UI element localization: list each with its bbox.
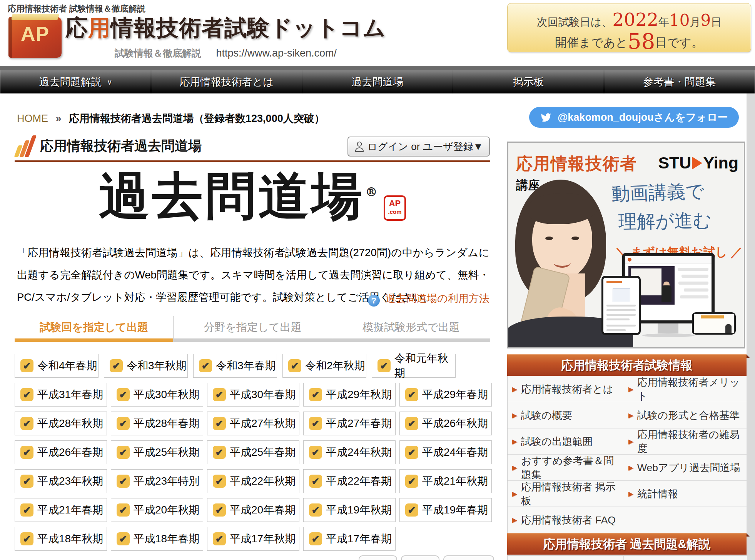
twitter-follow-button[interactable]: @kakomon_doujouさんをフォロー bbox=[529, 107, 739, 128]
nav-item-past-questions[interactable]: 過去問題解説 ∨ bbox=[0, 70, 151, 93]
site-subtitle: 試験情報＆徹底解説 bbox=[115, 48, 201, 58]
exam-period-checkbox[interactable]: ✔ 平成24年春期 bbox=[399, 440, 492, 464]
sidebar-link[interactable]: ▸ 試験の概要 bbox=[508, 402, 624, 428]
tab-by-category[interactable]: 分野を指定して出題 bbox=[173, 316, 332, 342]
exam-period-checkbox[interactable]: ✔ 平成24年秋期 bbox=[303, 440, 396, 464]
ad-course-title: 応用情報技術者 bbox=[516, 153, 637, 175]
exam-period-checkbox[interactable]: ✔ 平成28年秋期 bbox=[15, 412, 107, 435]
breadcrumb-separator-icon: » bbox=[56, 113, 62, 124]
ap-book-logo[interactable]: AP bbox=[8, 17, 62, 58]
nav-item-about[interactable]: 応用情報技術者とは bbox=[151, 70, 302, 93]
exam-period-checkbox[interactable]: ✔ 平成30年春期 bbox=[207, 383, 299, 407]
sidebar-link-label: 応用情報技術者の難易度 bbox=[637, 428, 747, 455]
exam-period-checkbox[interactable]: ✔ 平成29年春期 bbox=[399, 383, 492, 407]
tab-by-exam-session[interactable]: 試験回を指定して出題 bbox=[15, 316, 173, 342]
tab-mock-exam[interactable]: 模擬試験形式で出題 bbox=[332, 316, 490, 342]
exam-period-checkbox[interactable]: ✔ 平成20年秋期 bbox=[111, 498, 203, 522]
exam-period-checkbox[interactable]: ✔ 令和元年秋期 bbox=[372, 354, 456, 378]
exam-period-checkbox[interactable]: ✔ 平成17年春期 bbox=[303, 527, 396, 551]
sidebar-link[interactable]: ▸ おすすめ参考書＆問題集 bbox=[508, 455, 624, 481]
exam-period-checkbox[interactable]: ✔ 平成21年秋期 bbox=[399, 469, 492, 493]
exam-period-checkbox[interactable]: ✔ 平成23年特別 bbox=[111, 469, 203, 493]
login-register-button[interactable]: ログイン or ユーザ登録▼ bbox=[347, 137, 490, 157]
exam-period-checkbox[interactable]: ✔ 平成26年秋期 bbox=[399, 412, 492, 435]
ad-monitor-stand bbox=[658, 323, 678, 333]
site-title-block: 応用情報技術者試験ドットコム 試験情報＆徹底解説 https://www.ap-… bbox=[65, 13, 386, 60]
sidebar-link[interactable]: ▸ Webアプリ過去問道場 bbox=[624, 455, 747, 481]
question-mark-icon: ? bbox=[368, 295, 380, 307]
checkbox-checked-icon: ✔ bbox=[20, 503, 33, 517]
exam-period-label: 平成26年秋期 bbox=[422, 416, 488, 431]
studying-ad-banner[interactable]: 応用情報技術者 STUYing 講座 動画講義で 理解が進む ＼ まずは無料お試… bbox=[507, 142, 745, 348]
exam-period-checkbox[interactable]: ✔ 平成19年秋期 bbox=[303, 498, 396, 522]
exam-period-checkbox[interactable]: ✔ 平成30年秋期 bbox=[111, 383, 203, 407]
exam-countdown-box: 次回試験日は、2022年10月9日 開催まであと58日です。 bbox=[507, 3, 751, 52]
bottom-cutoff-button[interactable] bbox=[401, 555, 439, 560]
sidebar-link[interactable]: ▸ 応用情報技術者とは bbox=[508, 376, 624, 402]
exam-period-checkbox[interactable]: ✔ 令和2年秋期 bbox=[282, 354, 366, 378]
exam-period-label: 平成30年春期 bbox=[230, 387, 296, 402]
nav-item-books[interactable]: 参考書・問題集 bbox=[604, 70, 755, 93]
kakomon-dojo-logo: 過去問道場® AP .com bbox=[15, 168, 490, 232]
exam-period-checkbox[interactable]: ✔ 平成26年春期 bbox=[15, 440, 107, 464]
nav-item-label: 参考書・問題集 bbox=[643, 75, 716, 89]
page-right-gutter bbox=[747, 93, 755, 560]
checkbox-checked-icon: ✔ bbox=[213, 446, 226, 459]
sidebar-link-label: 試験の出題範囲 bbox=[521, 435, 593, 448]
exam-period-checkbox[interactable]: ✔ 平成22年秋期 bbox=[207, 469, 299, 493]
ad-monitor-base bbox=[642, 333, 695, 337]
exam-period-checkbox[interactable]: ✔ 平成25年秋期 bbox=[111, 440, 203, 464]
site-title-part2: 用 bbox=[88, 15, 111, 40]
chevron-down-icon: ∨ bbox=[107, 78, 112, 87]
exam-period-checkbox[interactable]: ✔ 令和3年秋期 bbox=[104, 354, 188, 378]
exam-period-checkbox[interactable]: ✔ 平成29年秋期 bbox=[303, 383, 396, 407]
sidebar-link-label: おすすめ参考書＆問題集 bbox=[521, 454, 624, 482]
user-icon bbox=[354, 141, 364, 152]
exam-period-checkbox[interactable]: ✔ 平成21年春期 bbox=[15, 498, 107, 522]
exam-period-checkbox[interactable]: ✔ 平成27年秋期 bbox=[207, 412, 299, 435]
breadcrumb-home-link[interactable]: HOME bbox=[17, 113, 48, 124]
link-arrow-icon: ▸ bbox=[628, 409, 633, 421]
tab-underline-bar bbox=[173, 338, 332, 342]
nav-item-board[interactable]: 掲示板 bbox=[453, 70, 604, 93]
exam-period-checkbox[interactable]: ✔ 平成28年春期 bbox=[111, 412, 203, 435]
checkbox-checked-icon: ✔ bbox=[117, 417, 130, 430]
exam-period-checkbox[interactable]: ✔ 平成25年春期 bbox=[207, 440, 299, 464]
sidebar-link[interactable]: ▸ 応用情報技術者 掲示板 bbox=[508, 481, 624, 507]
sidebar-link[interactable]: ▸ 試験の形式と合格基準 bbox=[624, 402, 747, 428]
usage-help-link[interactable]: 過去問道場の利用方法 bbox=[385, 293, 489, 304]
sidebar-pastq-header: 応用情報技術者 過去問題&解説 bbox=[507, 533, 747, 555]
site-title[interactable]: 応用情報技術者試験ドットコム bbox=[65, 13, 386, 43]
nav-item-label: 過去問題解説 bbox=[39, 75, 102, 89]
sidebar-link[interactable]: ▸ 応用情報技術者の難易度 bbox=[624, 428, 747, 455]
exam-period-checkbox[interactable]: ✔ 平成19年春期 bbox=[399, 498, 492, 522]
countdown-days-left: 58 bbox=[628, 29, 655, 54]
exam-period-checkbox[interactable]: ✔ 令和3年春期 bbox=[193, 354, 277, 378]
exam-period-label: 平成22年春期 bbox=[326, 474, 392, 488]
exam-period-checkbox[interactable]: ✔ 平成17年秋期 bbox=[207, 527, 299, 551]
exam-period-checkbox[interactable]: ✔ 平成20年春期 bbox=[207, 498, 299, 522]
exam-period-label: 平成20年秋期 bbox=[134, 503, 199, 517]
bottom-cutoff-button[interactable] bbox=[359, 555, 397, 560]
exam-period-checkbox[interactable]: ✔ 平成27年春期 bbox=[303, 412, 396, 435]
exam-period-checkbox[interactable]: ✔ 平成18年秋期 bbox=[15, 527, 107, 551]
nav-item-dojo[interactable]: 過去問道場 bbox=[302, 70, 453, 93]
sidebar-link[interactable]: ▸ 統計情報 bbox=[624, 481, 747, 507]
link-arrow-icon: ▸ bbox=[512, 462, 517, 473]
link-arrow-icon: ▸ bbox=[628, 383, 633, 395]
exam-period-checkbox[interactable]: ✔ 平成31年春期 bbox=[15, 383, 107, 407]
help-link-row[interactable]: ? 過去問道場の利用方法 bbox=[17, 292, 489, 307]
exam-period-checkbox[interactable]: ✔ 平成23年秋期 bbox=[15, 469, 107, 493]
exam-period-checkbox[interactable]: ✔ 平成18年春期 bbox=[111, 527, 203, 551]
exam-period-checkbox[interactable]: ✔ 令和4年春期 bbox=[15, 354, 99, 378]
ap-logo-text: AP bbox=[8, 22, 62, 45]
flame-stripes-icon bbox=[15, 135, 37, 157]
exam-period-checkbox[interactable]: ✔ 平成22年春期 bbox=[303, 469, 396, 493]
exam-period-label: 平成24年秋期 bbox=[326, 445, 392, 460]
sidebar-link[interactable]: ▸ bbox=[624, 507, 747, 533]
sidebar-link[interactable]: ▸ 応用情報技術者メリット bbox=[624, 376, 747, 402]
sidebar-link[interactable]: ▸ 応用情報技術者 FAQ bbox=[508, 507, 624, 533]
book-pages-decoration bbox=[11, 14, 59, 20]
sidebar-link[interactable]: ▸ 試験の出題範囲 bbox=[508, 428, 624, 455]
bottom-cutoff-button[interactable] bbox=[443, 555, 494, 560]
